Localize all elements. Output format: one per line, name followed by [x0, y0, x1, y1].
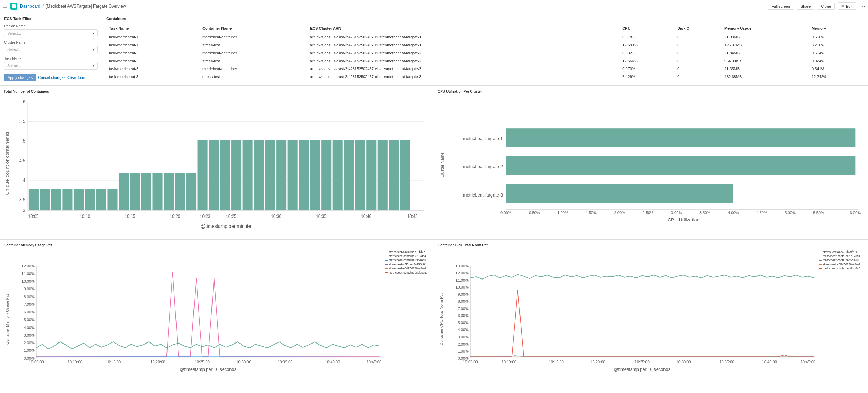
svg-text:10:05:00: 10:05:00	[463, 360, 478, 364]
svg-text:10:20:00: 10:20:00	[590, 360, 605, 364]
cell-task-name: task-metricbeat-3	[106, 73, 200, 81]
cell-diskio: 0	[675, 65, 722, 73]
cell-ecs-cluster-arn: arn:aws:ecs:us-east-2:428152502467:clust…	[307, 41, 620, 49]
svg-text:@timestamp per 10 seconds: @timestamp per 10 seconds	[614, 367, 670, 372]
region-select[interactable]: Select... ▾	[4, 29, 98, 37]
svg-text:9.00%: 9.00%	[24, 287, 35, 291]
svg-text:9.00%: 9.00%	[458, 292, 469, 296]
svg-text:10:35:00: 10:35:00	[278, 360, 292, 364]
svg-rect-32	[209, 140, 219, 211]
svg-text:4.00%: 4.00%	[458, 328, 469, 332]
svg-text:11.00%: 11.00%	[21, 272, 35, 276]
svg-text:13.00%: 13.00%	[455, 264, 469, 268]
svg-rect-46	[366, 140, 376, 211]
svg-rect-47	[378, 140, 388, 211]
svg-rect-45	[355, 140, 365, 211]
svg-text:@timestamp per minute: @timestamp per minute	[201, 223, 251, 229]
cell-memory: 0.554%	[809, 49, 864, 57]
filter-actions: Apply changes Cancel changes Clear form	[4, 74, 98, 81]
col-memory-usage: Memory Usage	[722, 24, 809, 33]
cell-diskio: 0	[675, 57, 722, 65]
svg-text:1.50%: 1.50%	[586, 211, 597, 215]
svg-rect-33	[220, 140, 230, 211]
svg-text:6.00%: 6.00%	[850, 211, 861, 215]
svg-text:10:35:00: 10:35:00	[719, 360, 734, 364]
total-containers-chart: Total Number of Containers Unique count …	[0, 86, 434, 239]
share-button[interactable]: Share	[797, 3, 814, 10]
svg-text:5.00%: 5.00%	[785, 211, 796, 215]
svg-text:1.00%: 1.00%	[557, 211, 568, 215]
cell-ecs-cluster-arn: arn:aws:ecs:us-east-2:428152502467:clust…	[307, 65, 620, 73]
clear-form-button[interactable]: Clear form	[67, 75, 85, 80]
edit-icon: ✏	[841, 4, 844, 8]
cluster-name-label: Cluster Name	[4, 40, 98, 44]
svg-rect-19	[62, 189, 72, 211]
svg-rect-36	[254, 140, 264, 211]
svg-text:12.00%: 12.00%	[21, 264, 35, 268]
cell-ecs-cluster-arn: arn:aws:ecs:us-east-2:428152502467:clust…	[307, 57, 620, 65]
table-row: task-metricbeat-1 stress-test arn:aws:ec…	[106, 41, 864, 49]
svg-text:10:30:00: 10:30:00	[676, 360, 691, 364]
clone-button[interactable]: Clone	[817, 3, 835, 10]
svg-rect-29	[175, 173, 185, 211]
svg-text:10:15:00: 10:15:00	[549, 360, 564, 364]
menu-icon[interactable]: ☰	[3, 3, 8, 9]
region-name-label: Region Name	[4, 24, 98, 28]
main-content: ECS Task Filter Region Name Select... ▾ …	[0, 12, 868, 393]
apply-changes-button[interactable]: Apply changes	[4, 74, 36, 81]
svg-text:metricbeat-fargate-3: metricbeat-fargate-3	[463, 192, 503, 198]
header-actions: Full screen Share Clone ✏ Edit ⋯	[768, 2, 865, 10]
svg-rect-31	[198, 140, 208, 211]
memory-legend: stress-test/a4e489ab76fd2b... metricbeat…	[385, 250, 429, 274]
dashboard-link[interactable]: Dashboard	[20, 4, 40, 9]
col-diskio: DiskIO	[675, 24, 722, 33]
task-name-label: Task Name	[4, 57, 98, 61]
svg-text:3.00%: 3.00%	[671, 211, 682, 215]
breadcrumb-separator: /	[43, 4, 44, 9]
cell-diskio: 0	[675, 41, 722, 49]
cell-task-name: task-metricbeat-2	[106, 49, 200, 57]
svg-text:5.50%: 5.50%	[813, 211, 824, 215]
cell-memory-usage: 482.68MB	[722, 73, 809, 81]
svg-rect-66	[506, 128, 856, 147]
svg-rect-17	[40, 189, 50, 211]
cell-container-name: metricbeat-container	[200, 49, 307, 57]
col-container-name: Container Name	[200, 24, 307, 33]
cluster-select[interactable]: Select... ▾	[4, 46, 98, 53]
cell-container-name: stress-test	[200, 41, 307, 49]
svg-rect-24	[119, 173, 129, 211]
full-screen-button[interactable]: Full screen	[768, 3, 794, 10]
cell-memory-usage: 126.37MB	[722, 41, 809, 49]
svg-text:10:05: 10:05	[28, 213, 39, 219]
table-row: task-metricbeat-3 metricbeat-container a…	[106, 65, 864, 73]
cell-container-name: stress-test	[200, 73, 307, 81]
svg-rect-40	[299, 140, 309, 211]
svg-rect-38	[276, 140, 286, 211]
svg-text:@timestamp per 10 seconds: @timestamp per 10 seconds	[180, 367, 236, 372]
svg-text:Container Memory Usage Pct: Container Memory Usage Pct	[5, 294, 9, 345]
svg-text:10:35: 10:35	[316, 213, 326, 219]
page-title: [Metricbeat AWSFargate] Fargate Overview	[46, 4, 126, 9]
cpu-norm-svg: Container CPU Total Norm Pct 13.00% 12.0…	[438, 248, 864, 387]
cell-cpu: 0.032%	[620, 49, 675, 57]
cpu-total-norm-chart: Container CPU Total Norm Pct Container C…	[434, 239, 868, 393]
edit-button[interactable]: ✏ Edit	[838, 2, 856, 10]
more-options-icon[interactable]: ⋯	[860, 3, 865, 9]
cell-memory: 12.242%	[809, 73, 864, 81]
task-select[interactable]: Select... ▾	[4, 62, 98, 70]
svg-text:10:15: 10:15	[125, 213, 135, 219]
cluster-placeholder: Select...	[7, 47, 21, 52]
svg-text:10:05:00: 10:05:00	[29, 360, 44, 364]
cancel-changes-button[interactable]: Cancel changes	[38, 75, 65, 80]
svg-rect-26	[141, 173, 151, 211]
svg-rect-21	[85, 189, 95, 211]
svg-text:10:40:00: 10:40:00	[762, 360, 777, 364]
cell-memory: 0.541%	[809, 65, 864, 73]
col-ecs-cluster-arn: ECS Cluster ARN	[307, 24, 620, 33]
task-placeholder: Select...	[7, 64, 21, 68]
cell-diskio: 0	[675, 33, 722, 41]
svg-text:11.00%: 11.00%	[455, 278, 469, 282]
svg-text:10:45:00: 10:45:00	[801, 360, 815, 364]
col-cpu: CPU	[620, 24, 675, 33]
svg-text:4.00%: 4.00%	[728, 211, 739, 215]
